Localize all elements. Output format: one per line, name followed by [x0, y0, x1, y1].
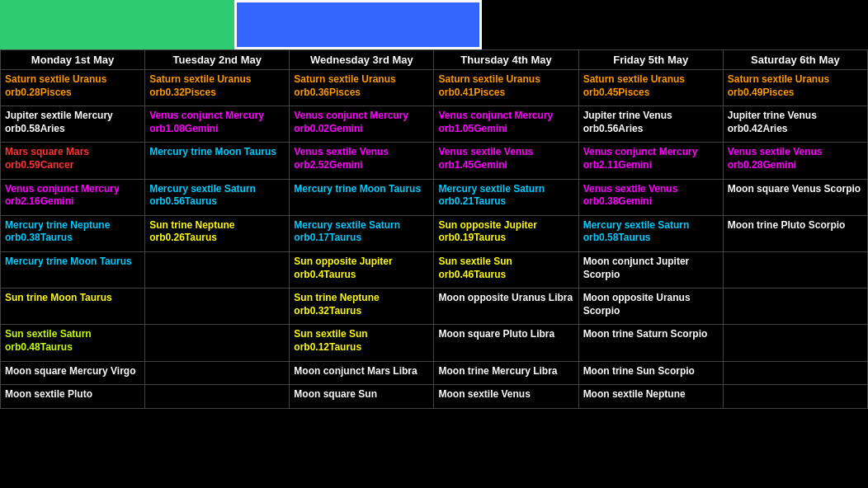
cell-row3-col0: Venus conjunct Mercury orb2.16Gemini [1, 179, 145, 215]
cell-entry: Mercury trine Moon Taurus [5, 256, 140, 269]
cell-row2-col3: Venus sextile Venus orb1.45Gemini [434, 143, 578, 179]
cell-row6-col3: Moon opposite Uranus Libra [434, 289, 578, 325]
cell-entry: Moon sextile Venus [438, 388, 573, 401]
cell-entry: Moon square Sun [294, 388, 429, 401]
cell-entry: Moon trine Sun Scorpio [583, 365, 719, 378]
cell-row7-col0: Sun sextile Saturn orb0.48Taurus [1, 325, 145, 361]
cell-row9-col0: Moon sextile Pluto [1, 385, 145, 409]
cell-entry: Moon opposite Uranus Libra [438, 292, 573, 305]
cell-row3-col2: Mercury trine Moon Taurus [290, 179, 434, 215]
cell-row2-col0: Mars square Mars orb0.59Cancer [1, 143, 145, 179]
cell-row5-col2: Sun opposite Jupiter orb0.4Taurus [290, 251, 434, 288]
cell-entry: Sun trine Neptune orb0.26Taurus [149, 219, 285, 245]
calendar-table: Monday 1st MayTuesday 2nd MayWednesday 3… [0, 49, 868, 409]
cell-row9-col4: Moon sextile Neptune [578, 385, 723, 409]
cell-row0-col0: Saturn sextile Uranus orb0.28Pisces [1, 70, 145, 106]
cell-entry: Moon trine Saturn Scorpio [583, 328, 719, 341]
cell-entry: Sun opposite Jupiter orb0.4Taurus [294, 256, 429, 281]
column-header-5: Saturday 6th May [723, 50, 867, 70]
cell-row6-col5 [723, 289, 867, 325]
cell-entry: Venus sextile Venus orb2.52Gemini [294, 146, 429, 171]
cell-row0-col3: Saturn sextile Uranus orb0.41Pisces [434, 70, 578, 106]
cell-entry: Sun sextile Sun orb0.46Taurus [438, 256, 573, 281]
cell-entry: Saturn sextile Uranus orb0.41Pisces [438, 73, 573, 99]
cell-row8-col4: Moon trine Sun Scorpio [578, 361, 723, 385]
cell-entry: Sun sextile Sun orb0.12Taurus [294, 328, 429, 354]
cell-entry: Mercury sextile Saturn orb0.21Taurus [438, 183, 573, 209]
cell-row7-col3: Moon square Pluto Libra [434, 325, 578, 361]
cell-row3-col3: Mercury sextile Saturn orb0.21Taurus [434, 179, 578, 215]
cell-row5-col1 [145, 251, 290, 288]
cell-entry: Moon trine Mercury Libra [438, 365, 573, 378]
cell-row6-col1 [145, 289, 290, 325]
cell-entry: Moon square Pluto Libra [438, 328, 573, 341]
cell-entry: Moon conjunct Mars Libra [294, 365, 429, 378]
cell-entry: Venus conjunct Mercury orb2.16Gemini [5, 183, 140, 209]
cell-row1-col3: Venus conjunct Mercury orb1.05Gemini [434, 106, 578, 143]
cell-entry: Mars square Mars orb0.59Cancer [5, 146, 140, 171]
cell-entry: Moon square Venus Scorpio [728, 183, 863, 196]
cell-entry: Moon opposite Uranus Scorpio [583, 292, 719, 317]
cell-entry: Venus sextile Venus orb1.45Gemini [438, 146, 573, 171]
include-minor-aspects-button[interactable] [234, 0, 482, 49]
cell-row0-col4: Saturn sextile Uranus orb0.45Pisces [578, 70, 723, 106]
cell-entry: Mercury trine Neptune orb0.38Taurus [5, 219, 140, 245]
cell-row2-col4: Venus conjunct Mercury orb2.11Gemini [578, 143, 723, 179]
cell-row5-col5 [723, 251, 867, 288]
cell-row1-col4: Jupiter trine Venus orb0.56Aries [578, 106, 723, 143]
cell-entry: Venus conjunct Mercury orb2.11Gemini [583, 146, 719, 171]
cell-row8-col5 [723, 361, 867, 385]
cell-entry: Moon conjunct Jupiter Scorpio [583, 256, 719, 281]
cell-row7-col2: Sun sextile Sun orb0.12Taurus [290, 325, 434, 361]
column-header-0: Monday 1st May [1, 50, 145, 70]
cell-entry: Saturn sextile Uranus orb0.28Pisces [5, 73, 140, 99]
cell-row1-col2: Venus conjunct Mercury orb0.02Gemini [290, 106, 434, 143]
cell-row3-col5: Moon square Venus Scorpio [723, 179, 867, 215]
cell-row0-col2: Saturn sextile Uranus orb0.36Pisces [290, 70, 434, 106]
cell-row8-col0: Moon square Mercury Virgo [1, 361, 145, 385]
cell-entry: Moon sextile Pluto [5, 388, 140, 401]
cell-row6-col4: Moon opposite Uranus Scorpio [578, 289, 723, 325]
cell-entry: Saturn sextile Uranus orb0.36Pisces [294, 73, 429, 99]
cell-entry: Jupiter sextile Mercury orb0.58Aries [5, 110, 140, 135]
cell-entry: Venus sextile Venus orb0.28Gemini [728, 146, 863, 171]
column-header-1: Tuesday 2nd May [145, 50, 290, 70]
cell-entry: Moon sextile Neptune [583, 388, 719, 401]
cell-row4-col5: Moon trine Pluto Scorpio [723, 215, 867, 251]
back-button[interactable] [0, 0, 234, 49]
cell-row5-col0: Mercury trine Moon Taurus [1, 251, 145, 288]
cell-row1-col5: Jupiter trine Venus orb0.42Aries [723, 106, 867, 143]
cell-row4-col2: Mercury sextile Saturn orb0.17Taurus [290, 215, 434, 251]
cell-row4-col1: Sun trine Neptune orb0.26Taurus [145, 215, 290, 251]
cell-row5-col4: Moon conjunct Jupiter Scorpio [578, 251, 723, 288]
cell-entry: Moon square Mercury Virgo [5, 365, 140, 378]
cell-entry: Sun trine Moon Taurus [5, 292, 140, 305]
cell-row3-col4: Venus sextile Venus orb0.38Gemini [578, 179, 723, 215]
cell-entry: Sun opposite Jupiter orb0.19Taurus [438, 219, 573, 245]
cell-entry: Mercury sextile Saturn orb0.58Taurus [583, 219, 719, 245]
cell-entry: Venus sextile Venus orb0.38Gemini [583, 183, 719, 209]
cell-entry: Venus conjunct Mercury orb1.05Gemini [438, 110, 573, 135]
cell-entry: Mercury trine Moon Taurus [294, 183, 429, 196]
cell-entry: Venus conjunct Mercury orb0.02Gemini [294, 110, 429, 135]
cell-row0-col5: Saturn sextile Uranus orb0.49Pisces [723, 70, 867, 106]
cell-row1-col0: Jupiter sextile Mercury orb0.58Aries [1, 106, 145, 143]
column-header-3: Thursday 4th May [434, 50, 578, 70]
cell-row2-col5: Venus sextile Venus orb0.28Gemini [723, 143, 867, 179]
cell-row0-col1: Saturn sextile Uranus orb0.32Pisces [145, 70, 290, 106]
cell-entry: Sun trine Neptune orb0.32Taurus [294, 292, 429, 317]
cell-entry: Venus conjunct Mercury orb1.08Gemini [149, 110, 285, 135]
cell-row4-col4: Mercury sextile Saturn orb0.58Taurus [578, 215, 723, 251]
cell-row5-col3: Sun sextile Sun orb0.46Taurus [434, 251, 578, 288]
cell-entry: Saturn sextile Uranus orb0.45Pisces [583, 73, 719, 99]
cell-entry: Sun sextile Saturn orb0.48Taurus [5, 328, 140, 354]
cell-row2-col2: Venus sextile Venus orb2.52Gemini [290, 143, 434, 179]
cell-entry: Jupiter trine Venus orb0.56Aries [583, 110, 719, 135]
cell-row8-col1 [145, 361, 290, 385]
cell-row9-col1 [145, 385, 290, 409]
cell-row8-col3: Moon trine Mercury Libra [434, 361, 578, 385]
cell-entry: Saturn sextile Uranus orb0.49Pisces [728, 73, 863, 99]
cell-row1-col1: Venus conjunct Mercury orb1.08Gemini [145, 106, 290, 143]
cell-row9-col3: Moon sextile Venus [434, 385, 578, 409]
cell-row4-col0: Mercury trine Neptune orb0.38Taurus [1, 215, 145, 251]
